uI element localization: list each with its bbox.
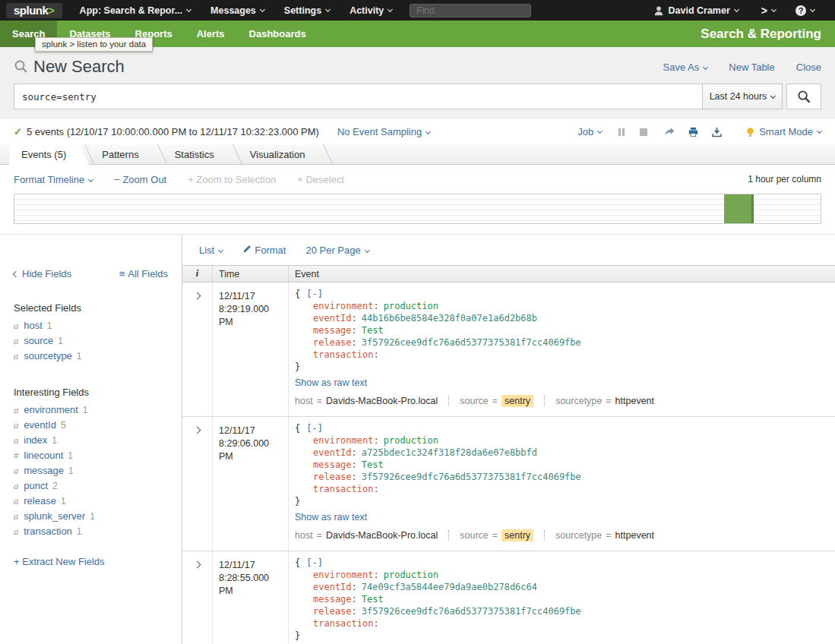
- messages-menu[interactable]: Messages: [201, 0, 274, 21]
- search-query-input[interactable]: [14, 84, 702, 109]
- format-menu[interactable]: Format: [242, 245, 286, 256]
- print-icon[interactable]: [688, 127, 699, 137]
- job-menu[interactable]: Job: [577, 126, 602, 137]
- field-environment[interactable]: aenvironment1: [0, 402, 182, 418]
- field-release[interactable]: arelease1: [0, 494, 182, 509]
- field-source[interactable]: asource1: [0, 333, 182, 349]
- json-value-eventId[interactable]: 44b16b6be8584e328f0a07e1a6d2b68b: [362, 313, 537, 324]
- json-colon: :: [373, 435, 378, 446]
- sourcetype-value[interactable]: httpevent: [615, 530, 654, 541]
- pause-icon[interactable]: [618, 128, 626, 136]
- field-punct[interactable]: apunct2: [0, 478, 182, 494]
- json-value-release[interactable]: 3f57926cee9dfc76a6d5377375381f7cc4069fbe: [362, 472, 581, 482]
- deselect-button[interactable]: × Deselect: [297, 174, 344, 185]
- all-fields-button[interactable]: ≡All Fields: [119, 268, 168, 279]
- tab-statistics[interactable]: Statistics: [163, 144, 237, 164]
- collapse-json-button[interactable]: [-]: [306, 289, 323, 299]
- zoom-to-selection-button[interactable]: + Zoom to Selection: [188, 174, 276, 185]
- expand-event-button[interactable]: [182, 283, 213, 416]
- host-value[interactable]: Davids-MacBook-Pro.local: [326, 396, 438, 406]
- event-time[interactable]: 12/11/178:28:55.000 PM: [213, 551, 289, 644]
- splunk-logo[interactable]: splunk>: [6, 3, 62, 18]
- event-time[interactable]: 12/11/178:29:06.000 PM: [213, 417, 289, 551]
- json-value-release[interactable]: 3f57926cee9dfc76a6d5377375381f7cc4069fbe: [362, 606, 581, 617]
- json-value-release[interactable]: 3f57926cee9dfc76a6d5377375381f7cc4069fbe: [362, 337, 581, 348]
- field-eventId[interactable]: aeventId5: [0, 418, 182, 433]
- header-links: Save As New Table Close: [663, 62, 821, 73]
- save-as-button[interactable]: Save As: [663, 62, 708, 73]
- json-value-environment[interactable]: production: [384, 301, 438, 311]
- extract-new-fields-button[interactable]: + Extract New Fields: [0, 556, 182, 567]
- field-name: sourcetype: [24, 350, 72, 361]
- field-splunk_server[interactable]: asplunk_server1: [0, 509, 182, 524]
- field-transaction[interactable]: atransaction1: [0, 524, 182, 539]
- field-name: splunk_server: [24, 510, 85, 522]
- stop-icon[interactable]: [640, 128, 647, 136]
- json-value-message[interactable]: Test: [362, 594, 384, 605]
- search-mode-menu[interactable]: Smart Mode: [745, 126, 821, 137]
- collapse-json-button[interactable]: [-]: [306, 557, 323, 568]
- source-value-highlighted[interactable]: sentry: [501, 529, 533, 541]
- nav-item-alerts[interactable]: Alerts: [185, 21, 237, 47]
- collapse-json-button[interactable]: [-]: [306, 423, 323, 434]
- console-menu[interactable]: >: [748, 5, 786, 17]
- app-menu[interactable]: App: Search & Repor...: [70, 0, 201, 21]
- json-value-eventId[interactable]: 74e09cf3a5844ee79da9ae0b278d6c64: [362, 582, 537, 592]
- tab-patterns[interactable]: Patterns: [90, 144, 161, 164]
- settings-menu[interactable]: Settings: [274, 0, 340, 21]
- json-value-environment[interactable]: production: [384, 435, 438, 446]
- search-mode-label: Smart Mode: [759, 126, 813, 137]
- event-time[interactable]: 12/11/178:29:19.000 PM: [213, 283, 289, 416]
- share-icon[interactable]: [664, 127, 675, 137]
- show-raw-text-link[interactable]: Show as raw text: [295, 512, 367, 522]
- new-table-button[interactable]: New Table: [729, 62, 774, 73]
- host-label: host: [295, 396, 313, 406]
- zoom-out-button[interactable]: − Zoom Out: [114, 174, 166, 185]
- find-input[interactable]: [410, 4, 531, 17]
- help-menu[interactable]: ?: [786, 5, 824, 16]
- json-value-eventId[interactable]: a725bdec1c324f318f28da6e07e8bbfd: [362, 447, 537, 458]
- field-sourcetype[interactable]: asourcetype1: [0, 349, 182, 364]
- events-controls: List Format 20 Per Page: [182, 235, 835, 265]
- json-value-message[interactable]: Test: [362, 459, 384, 470]
- pencil-icon: [242, 245, 251, 254]
- json-key: eventId: [313, 447, 352, 458]
- json-value-environment[interactable]: production: [384, 570, 438, 580]
- search-submit-button[interactable]: [786, 84, 821, 109]
- field-linecount[interactable]: #linecount1: [0, 448, 182, 463]
- plus-icon: +: [188, 174, 194, 185]
- chevron-down-icon: [771, 7, 776, 12]
- event-timeline[interactable]: [14, 194, 821, 224]
- nav-item-dashboards[interactable]: Dashboards: [237, 21, 318, 47]
- list-view-menu[interactable]: List: [199, 245, 223, 256]
- format-timeline-menu[interactable]: Format Timeline: [14, 174, 93, 185]
- help-icon: ?: [795, 5, 806, 16]
- source-label: source: [460, 530, 489, 541]
- host-value[interactable]: Davids-MacBook-Pro.local: [326, 530, 438, 541]
- json-value-message[interactable]: Test: [362, 325, 384, 336]
- tab-events[interactable]: Events (5): [9, 144, 89, 165]
- show-raw-text-link[interactable]: Show as raw text: [295, 377, 367, 388]
- event-sampling-menu[interactable]: No Event Sampling: [337, 126, 430, 137]
- per-page-menu[interactable]: 20 Per Page: [305, 245, 368, 256]
- export-icon[interactable]: [711, 127, 723, 137]
- time-range-picker[interactable]: Last 24 hours: [702, 84, 783, 109]
- field-index[interactable]: aindex1: [0, 433, 182, 448]
- sourcetype-value[interactable]: httpevent: [615, 396, 654, 406]
- field-host[interactable]: ahost1: [0, 318, 182, 333]
- activity-menu[interactable]: Activity: [340, 0, 402, 21]
- expand-event-button[interactable]: [182, 551, 213, 644]
- job-label: Job: [577, 126, 593, 137]
- field-type-icon: a: [14, 336, 18, 346]
- timeline-bar[interactable]: [724, 194, 754, 223]
- hide-fields-button[interactable]: Hide Fields: [14, 268, 71, 279]
- field-type-icon: a: [14, 435, 18, 446]
- field-message[interactable]: amessage1: [0, 463, 182, 478]
- user-menu[interactable]: David Cramer: [644, 5, 748, 16]
- messages-label: Messages: [210, 5, 256, 16]
- tab-visualization[interactable]: Visualization: [238, 144, 328, 164]
- close-button[interactable]: Close: [796, 62, 821, 73]
- format-label: Format: [255, 245, 286, 256]
- expand-event-button[interactable]: [182, 417, 213, 551]
- source-value-highlighted[interactable]: sentry: [501, 395, 533, 407]
